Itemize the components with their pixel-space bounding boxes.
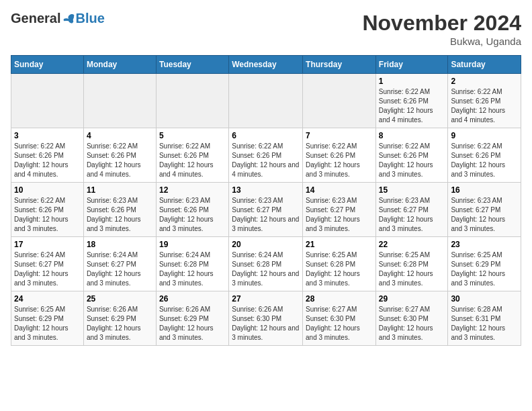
day-number: 6 (232, 131, 300, 140)
day-number: 11 (87, 185, 153, 195)
weekday-header: Tuesday (156, 56, 228, 74)
logo-bird-icon (62, 12, 75, 26)
day-info: Sunrise: 6:22 AM Sunset: 6:26 PM Dayligh… (159, 142, 226, 179)
weekday-header: Wednesday (229, 56, 303, 74)
day-info: Sunrise: 6:24 AM Sunset: 6:28 PM Dayligh… (232, 250, 300, 288)
day-number: 18 (87, 240, 153, 249)
day-number: 5 (159, 131, 226, 140)
calendar-cell: 16Sunrise: 6:23 AM Sunset: 6:27 PM Dayli… (448, 183, 521, 237)
calendar-cell: 30Sunrise: 6:28 AM Sunset: 6:31 PM Dayli… (448, 291, 521, 346)
logo-general-text: General (11, 11, 60, 26)
page-header: General Blue November 2024 Bukwa, Uganda (11, 11, 521, 47)
day-info: Sunrise: 6:24 AM Sunset: 6:27 PM Dayligh… (87, 250, 153, 288)
calendar-cell: 21Sunrise: 6:25 AM Sunset: 6:28 PM Dayli… (303, 237, 376, 291)
calendar-cell: 2Sunrise: 6:22 AM Sunset: 6:26 PM Daylig… (448, 74, 521, 128)
calendar-cell: 24Sunrise: 6:25 AM Sunset: 6:29 PM Dayli… (11, 291, 84, 346)
calendar-cell (11, 74, 84, 128)
day-number: 1 (379, 77, 445, 86)
calendar-week-row: 1Sunrise: 6:22 AM Sunset: 6:26 PM Daylig… (11, 74, 521, 128)
day-number: 2 (451, 77, 518, 86)
day-info: Sunrise: 6:27 AM Sunset: 6:30 PM Dayligh… (306, 305, 373, 342)
day-info: Sunrise: 6:22 AM Sunset: 6:26 PM Dayligh… (379, 87, 445, 125)
day-number: 19 (159, 240, 226, 249)
calendar-cell: 18Sunrise: 6:24 AM Sunset: 6:27 PM Dayli… (83, 237, 156, 291)
day-number: 15 (379, 185, 445, 195)
day-number: 26 (159, 294, 226, 304)
day-info: Sunrise: 6:23 AM Sunset: 6:27 PM Dayligh… (379, 196, 445, 234)
calendar-cell: 5Sunrise: 6:22 AM Sunset: 6:26 PM Daylig… (156, 128, 228, 183)
day-number: 13 (232, 185, 300, 195)
weekday-header: Monday (83, 56, 156, 74)
day-info: Sunrise: 6:27 AM Sunset: 6:30 PM Dayligh… (379, 305, 445, 342)
calendar-week-row: 17Sunrise: 6:24 AM Sunset: 6:27 PM Dayli… (11, 237, 521, 291)
day-info: Sunrise: 6:26 AM Sunset: 6:29 PM Dayligh… (159, 305, 226, 342)
day-info: Sunrise: 6:25 AM Sunset: 6:28 PM Dayligh… (306, 250, 373, 288)
calendar-cell: 19Sunrise: 6:24 AM Sunset: 6:28 PM Dayli… (156, 237, 228, 291)
calendar-cell: 25Sunrise: 6:26 AM Sunset: 6:29 PM Dayli… (83, 291, 156, 346)
day-info: Sunrise: 6:23 AM Sunset: 6:27 PM Dayligh… (451, 196, 518, 234)
day-info: Sunrise: 6:23 AM Sunset: 6:27 PM Dayligh… (232, 196, 300, 234)
day-number: 12 (159, 185, 226, 195)
calendar-cell: 26Sunrise: 6:26 AM Sunset: 6:29 PM Dayli… (156, 291, 228, 346)
calendar-week-row: 24Sunrise: 6:25 AM Sunset: 6:29 PM Dayli… (11, 291, 521, 346)
day-number: 10 (14, 185, 81, 195)
calendar-cell: 1Sunrise: 6:22 AM Sunset: 6:26 PM Daylig… (375, 74, 448, 128)
day-info: Sunrise: 6:24 AM Sunset: 6:27 PM Dayligh… (14, 250, 81, 288)
day-number: 4 (87, 131, 153, 140)
day-info: Sunrise: 6:25 AM Sunset: 6:29 PM Dayligh… (451, 250, 518, 288)
day-info: Sunrise: 6:24 AM Sunset: 6:28 PM Dayligh… (159, 250, 226, 288)
day-info: Sunrise: 6:26 AM Sunset: 6:30 PM Dayligh… (232, 305, 300, 342)
calendar-cell: 6Sunrise: 6:22 AM Sunset: 6:26 PM Daylig… (229, 128, 303, 183)
day-number: 28 (306, 294, 373, 304)
location: Bukwa, Uganda (362, 36, 521, 47)
calendar-cell (156, 74, 228, 128)
calendar-cell: 28Sunrise: 6:27 AM Sunset: 6:30 PM Dayli… (303, 291, 376, 346)
day-info: Sunrise: 6:22 AM Sunset: 6:26 PM Dayligh… (451, 142, 518, 179)
calendar-cell: 13Sunrise: 6:23 AM Sunset: 6:27 PM Dayli… (229, 183, 303, 237)
day-number: 8 (379, 131, 445, 140)
day-info: Sunrise: 6:22 AM Sunset: 6:26 PM Dayligh… (451, 87, 518, 125)
day-info: Sunrise: 6:23 AM Sunset: 6:26 PM Dayligh… (159, 196, 226, 234)
calendar-cell: 3Sunrise: 6:22 AM Sunset: 6:26 PM Daylig… (11, 128, 84, 183)
calendar-cell: 14Sunrise: 6:23 AM Sunset: 6:27 PM Dayli… (303, 183, 376, 237)
calendar-cell: 10Sunrise: 6:22 AM Sunset: 6:26 PM Dayli… (11, 183, 84, 237)
day-info: Sunrise: 6:22 AM Sunset: 6:26 PM Dayligh… (14, 142, 81, 179)
calendar-cell: 7Sunrise: 6:22 AM Sunset: 6:26 PM Daylig… (303, 128, 376, 183)
day-number: 3 (14, 131, 81, 140)
calendar-cell: 15Sunrise: 6:23 AM Sunset: 6:27 PM Dayli… (375, 183, 448, 237)
calendar-cell: 12Sunrise: 6:23 AM Sunset: 6:26 PM Dayli… (156, 183, 228, 237)
calendar-cell: 20Sunrise: 6:24 AM Sunset: 6:28 PM Dayli… (229, 237, 303, 291)
day-number: 14 (306, 185, 373, 195)
day-number: 27 (232, 294, 300, 304)
weekday-header: Sunday (11, 56, 84, 74)
day-info: Sunrise: 6:26 AM Sunset: 6:29 PM Dayligh… (87, 305, 153, 342)
day-number: 23 (451, 240, 518, 249)
day-number: 17 (14, 240, 81, 249)
weekday-header: Thursday (303, 56, 376, 74)
day-number: 20 (232, 240, 300, 249)
logo-blue-text: Blue (75, 11, 104, 26)
calendar-cell: 9Sunrise: 6:22 AM Sunset: 6:26 PM Daylig… (448, 128, 521, 183)
day-info: Sunrise: 6:28 AM Sunset: 6:31 PM Dayligh… (451, 305, 518, 342)
calendar-cell: 11Sunrise: 6:23 AM Sunset: 6:26 PM Dayli… (83, 183, 156, 237)
day-number: 25 (87, 294, 153, 304)
calendar-cell: 23Sunrise: 6:25 AM Sunset: 6:29 PM Dayli… (448, 237, 521, 291)
month-title: November 2024 (362, 11, 521, 36)
day-number: 24 (14, 294, 81, 304)
day-info: Sunrise: 6:22 AM Sunset: 6:26 PM Dayligh… (306, 142, 373, 179)
day-info: Sunrise: 6:22 AM Sunset: 6:26 PM Dayligh… (379, 142, 445, 179)
calendar-week-row: 10Sunrise: 6:22 AM Sunset: 6:26 PM Dayli… (11, 183, 521, 237)
day-number: 22 (379, 240, 445, 249)
day-info: Sunrise: 6:22 AM Sunset: 6:26 PM Dayligh… (14, 196, 81, 234)
calendar-cell (83, 74, 156, 128)
weekday-header: Saturday (448, 56, 521, 74)
calendar-week-row: 3Sunrise: 6:22 AM Sunset: 6:26 PM Daylig… (11, 128, 521, 183)
day-info: Sunrise: 6:23 AM Sunset: 6:27 PM Dayligh… (306, 196, 373, 234)
title-block: November 2024 Bukwa, Uganda (362, 11, 521, 47)
calendar-cell: 17Sunrise: 6:24 AM Sunset: 6:27 PM Dayli… (11, 237, 84, 291)
day-info: Sunrise: 6:22 AM Sunset: 6:26 PM Dayligh… (87, 142, 153, 179)
day-number: 30 (451, 294, 518, 304)
weekday-header: Friday (375, 56, 448, 74)
calendar-cell (303, 74, 376, 128)
logo: General Blue (11, 11, 105, 26)
